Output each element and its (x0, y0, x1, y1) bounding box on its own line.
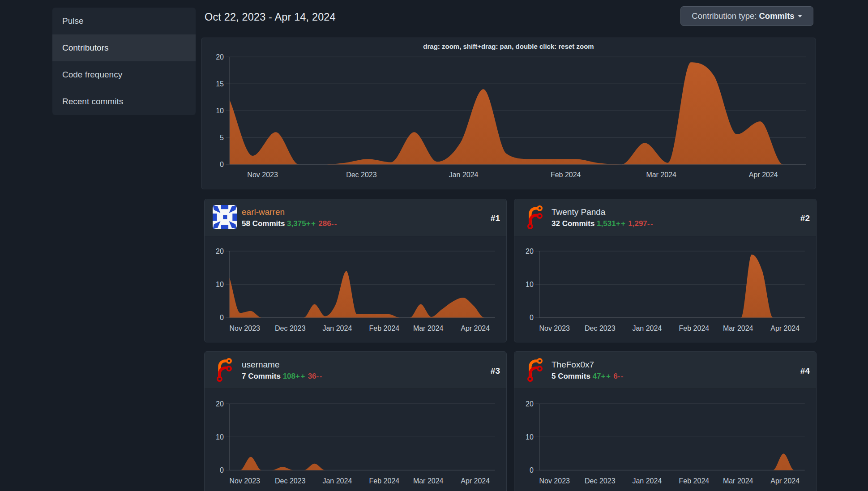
svg-text:Mar 2024: Mar 2024 (723, 324, 753, 332)
svg-text:10: 10 (526, 281, 534, 288)
svg-text:Apr 2024: Apr 2024 (461, 324, 490, 332)
svg-text:Nov 2023: Nov 2023 (229, 477, 260, 485)
svg-text:5: 5 (220, 134, 224, 141)
svg-text:Apr 2024: Apr 2024 (461, 477, 490, 485)
svg-text:Nov 2023: Nov 2023 (539, 477, 570, 485)
svg-text:Dec 2023: Dec 2023 (275, 324, 306, 332)
svg-text:Dec 2023: Dec 2023 (275, 477, 306, 485)
svg-text:Feb 2024: Feb 2024 (369, 477, 400, 485)
svg-text:Apr 2024: Apr 2024 (749, 171, 778, 179)
svg-text:Dec 2023: Dec 2023 (346, 171, 377, 179)
svg-text:Jan 2024: Jan 2024 (632, 324, 662, 332)
svg-text:0: 0 (220, 161, 224, 168)
svg-text:Feb 2024: Feb 2024 (679, 324, 710, 332)
svg-text:Dec 2023: Dec 2023 (585, 324, 616, 332)
svg-text:20: 20 (526, 400, 534, 408)
svg-text:Jan 2024: Jan 2024 (322, 324, 352, 332)
svg-text:Mar 2024: Mar 2024 (646, 171, 676, 179)
svg-text:20: 20 (216, 400, 224, 408)
svg-text:Jan 2024: Jan 2024 (632, 477, 662, 485)
svg-text:Nov 2023: Nov 2023 (229, 324, 260, 332)
svg-text:10: 10 (216, 107, 224, 115)
svg-text:drag: zoom, shift+drag: pan, d: drag: zoom, shift+drag: pan, double clic… (423, 43, 594, 50)
svg-text:20: 20 (216, 248, 224, 255)
svg-text:Mar 2024: Mar 2024 (413, 477, 444, 485)
svg-text:0: 0 (530, 314, 534, 321)
svg-text:0: 0 (220, 466, 224, 474)
svg-text:Nov 2023: Nov 2023 (247, 171, 278, 179)
svg-text:10: 10 (216, 281, 224, 288)
svg-text:Mar 2024: Mar 2024 (723, 477, 753, 485)
svg-text:0: 0 (220, 314, 224, 321)
svg-text:Mar 2024: Mar 2024 (413, 324, 444, 332)
svg-text:Jan 2024: Jan 2024 (449, 171, 479, 179)
svg-text:Feb 2024: Feb 2024 (679, 477, 710, 485)
svg-text:Feb 2024: Feb 2024 (369, 324, 400, 332)
svg-text:Dec 2023: Dec 2023 (585, 477, 616, 485)
svg-text:Apr 2024: Apr 2024 (770, 477, 800, 485)
svg-text:10: 10 (216, 433, 224, 441)
svg-text:Feb 2024: Feb 2024 (551, 171, 581, 179)
svg-text:Apr 2024: Apr 2024 (770, 324, 800, 332)
svg-text:20: 20 (216, 53, 224, 61)
svg-text:0: 0 (530, 466, 534, 474)
svg-text:10: 10 (526, 433, 534, 441)
svg-text:Jan 2024: Jan 2024 (322, 477, 352, 485)
svg-text:15: 15 (216, 80, 224, 88)
svg-text:20: 20 (526, 248, 534, 255)
svg-text:Nov 2023: Nov 2023 (539, 324, 570, 332)
